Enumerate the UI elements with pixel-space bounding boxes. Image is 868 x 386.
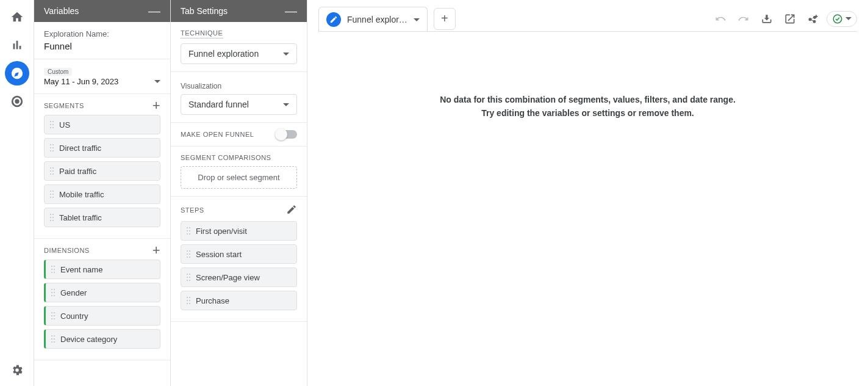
tab-settings-title: Tab Settings bbox=[181, 6, 228, 16]
svg-point-70 bbox=[187, 280, 188, 281]
exploration-name-value[interactable]: Funnel bbox=[44, 41, 160, 51]
nav-reports[interactable] bbox=[5, 33, 29, 57]
share-button[interactable] bbox=[803, 9, 823, 29]
segment-chip[interactable]: US bbox=[44, 115, 160, 134]
svg-point-19 bbox=[52, 191, 54, 192]
svg-point-34 bbox=[51, 272, 52, 273]
step-chip[interactable]: Session start bbox=[181, 244, 297, 264]
svg-point-63 bbox=[189, 253, 190, 255]
grip-icon bbox=[49, 167, 54, 175]
step-chip[interactable]: Screen/Page view bbox=[181, 268, 297, 287]
svg-point-60 bbox=[187, 250, 188, 252]
add-dimension-icon[interactable]: + bbox=[152, 246, 160, 255]
export-button[interactable] bbox=[780, 9, 800, 29]
technique-select[interactable]: Funnel exploration bbox=[181, 43, 297, 64]
chevron-down-icon bbox=[154, 80, 160, 83]
exploration-name-label: Exploration Name: bbox=[44, 29, 160, 38]
variables-title: Variables bbox=[44, 6, 79, 16]
svg-point-21 bbox=[52, 194, 54, 195]
main-canvas: Funnel explor… + bbox=[307, 0, 868, 386]
dimension-chip[interactable]: Event name bbox=[44, 260, 160, 279]
svg-point-11 bbox=[52, 150, 54, 151]
no-data-line2: Try editing the variables or settings or… bbox=[318, 106, 857, 120]
grip-icon bbox=[51, 265, 56, 274]
svg-point-18 bbox=[50, 191, 51, 192]
nav-home[interactable] bbox=[5, 5, 29, 29]
add-segment-icon[interactable]: + bbox=[152, 101, 160, 110]
grip-icon bbox=[51, 288, 56, 297]
segment-chip[interactable]: Direct traffic bbox=[44, 138, 160, 158]
chip-label: Purchase bbox=[196, 296, 229, 305]
visualization-select[interactable]: Standard funnel bbox=[181, 94, 297, 115]
grip-icon bbox=[186, 227, 191, 235]
dimensions-section: DIMENSIONS + Event nameGenderCountryDevi… bbox=[34, 239, 170, 360]
canvas-area: No data for this combination of segments… bbox=[318, 31, 857, 375]
segment-chip[interactable]: Tablet traffic bbox=[44, 208, 160, 227]
variables-header: Variables — bbox=[34, 0, 170, 22]
toggle-knob bbox=[275, 128, 287, 140]
svg-point-56 bbox=[187, 230, 188, 231]
svg-point-68 bbox=[187, 277, 188, 278]
svg-point-35 bbox=[54, 272, 55, 273]
tab-icon bbox=[326, 12, 341, 27]
svg-point-33 bbox=[54, 269, 55, 270]
chip-label: Mobile traffic bbox=[59, 190, 104, 199]
nav-admin[interactable] bbox=[5, 358, 29, 382]
svg-point-22 bbox=[50, 197, 51, 198]
chip-label: Paid traffic bbox=[59, 167, 96, 176]
chip-label: Screen/Page view bbox=[196, 273, 260, 282]
nav-explore[interactable] bbox=[5, 61, 29, 86]
svg-point-43 bbox=[54, 312, 55, 313]
step-chip[interactable]: Purchase bbox=[181, 291, 297, 310]
svg-point-24 bbox=[50, 214, 51, 215]
segment-dropzone[interactable]: Drop or select segment bbox=[181, 166, 297, 189]
add-tab-button[interactable]: + bbox=[434, 8, 456, 30]
svg-point-13 bbox=[52, 167, 54, 169]
open-funnel-label: MAKE OPEN FUNNEL bbox=[181, 131, 254, 138]
dimension-chip[interactable]: Device category bbox=[44, 329, 160, 349]
svg-point-25 bbox=[52, 214, 54, 215]
svg-point-23 bbox=[52, 197, 54, 198]
segment-comparisons-section: SEGMENT COMPARISONS Drop or select segme… bbox=[171, 147, 307, 197]
step-chip[interactable]: First open/visit bbox=[181, 221, 297, 241]
undo-button[interactable] bbox=[711, 9, 730, 29]
open-funnel-section: MAKE OPEN FUNNEL bbox=[171, 123, 307, 147]
date-range-section[interactable]: Custom May 11 - Jun 9, 2023 bbox=[34, 59, 170, 94]
chevron-down-icon bbox=[845, 17, 852, 20]
exploration-tab[interactable]: Funnel explor… bbox=[318, 7, 428, 32]
grip-icon bbox=[186, 273, 191, 282]
svg-point-14 bbox=[50, 170, 51, 172]
segments-label: SEGMENTS bbox=[44, 102, 84, 109]
svg-point-12 bbox=[50, 167, 51, 169]
svg-point-40 bbox=[51, 295, 52, 296]
svg-point-1 bbox=[52, 121, 54, 122]
svg-point-50 bbox=[51, 338, 52, 340]
svg-point-45 bbox=[54, 315, 55, 316]
chip-label: Tablet traffic bbox=[59, 213, 102, 222]
segment-chip[interactable]: Mobile traffic bbox=[44, 184, 160, 204]
chip-label: First open/visit bbox=[196, 227, 247, 236]
svg-point-46 bbox=[51, 318, 52, 319]
svg-point-73 bbox=[189, 297, 190, 298]
open-funnel-toggle[interactable] bbox=[276, 130, 297, 139]
technique-section: TECHNIQUE Funnel exploration bbox=[171, 22, 307, 72]
svg-point-32 bbox=[51, 269, 52, 270]
chevron-down-icon[interactable] bbox=[414, 18, 420, 21]
dimension-chip[interactable]: Gender bbox=[44, 283, 160, 302]
status-pill[interactable] bbox=[827, 11, 857, 27]
redo-button[interactable] bbox=[734, 9, 753, 29]
dimension-chip[interactable]: Country bbox=[44, 306, 160, 326]
svg-point-58 bbox=[187, 233, 188, 235]
segment-chip[interactable]: Paid traffic bbox=[44, 161, 160, 181]
download-button[interactable] bbox=[757, 9, 777, 29]
svg-point-0 bbox=[50, 121, 51, 122]
edit-steps-icon[interactable] bbox=[286, 204, 297, 216]
undo-icon bbox=[714, 13, 726, 25]
minimize-tabsettings-icon[interactable]: — bbox=[285, 7, 297, 15]
grip-icon bbox=[49, 213, 54, 222]
bar-chart-icon bbox=[10, 38, 24, 52]
svg-point-51 bbox=[54, 338, 55, 340]
svg-point-42 bbox=[51, 312, 52, 313]
nav-advertising[interactable] bbox=[5, 89, 29, 114]
minimize-variables-icon[interactable]: — bbox=[148, 7, 160, 15]
